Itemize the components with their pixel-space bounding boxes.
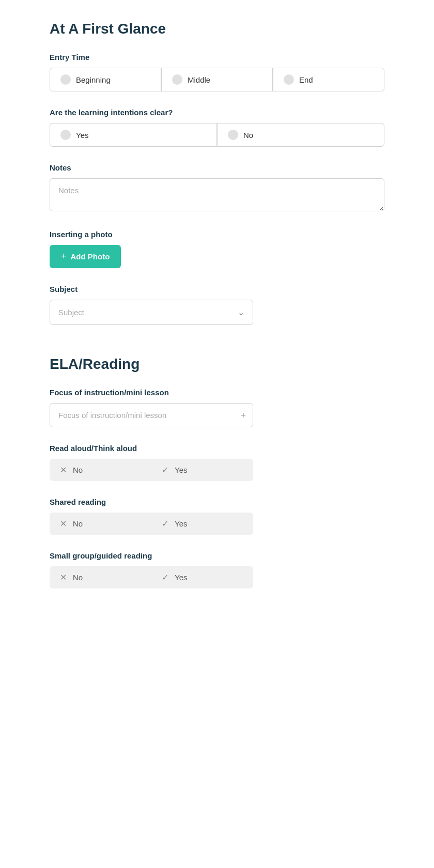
radio-circle-no xyxy=(228,130,238,140)
notes-label: Notes xyxy=(50,163,384,172)
small-group-yes-label: Yes xyxy=(175,573,187,582)
learning-intentions-label: Are the learning intentions clear? xyxy=(50,108,384,117)
radio-circle-middle xyxy=(172,74,182,85)
plus-icon: + xyxy=(61,251,67,262)
read-aloud-yes[interactable]: ✓ Yes xyxy=(151,459,253,481)
x-icon: ✕ xyxy=(60,572,67,582)
small-group-no-label: No xyxy=(73,573,83,582)
focus-instruction-input[interactable] xyxy=(50,403,253,427)
entry-time-group: Entry Time Beginning Middle End xyxy=(50,53,384,91)
shared-reading-no-label: No xyxy=(73,519,83,528)
shared-reading-yes[interactable]: ✓ Yes xyxy=(151,513,253,535)
learning-intentions-yes[interactable]: Yes xyxy=(50,123,217,147)
learning-intentions-group: Are the learning intentions clear? Yes N… xyxy=(50,108,384,147)
learning-intentions-no[interactable]: No xyxy=(217,123,384,147)
entry-time-label: Entry Time xyxy=(50,53,384,61)
shared-reading-no[interactable]: ✕ No xyxy=(50,513,151,535)
x-icon: ✕ xyxy=(60,465,67,475)
x-icon: ✕ xyxy=(60,519,67,529)
read-aloud-yes-label: Yes xyxy=(175,466,187,474)
read-aloud-options: ✕ No ✓ Yes xyxy=(50,459,253,481)
section1-title: At A First Glance xyxy=(50,21,384,37)
add-photo-label: Add Photo xyxy=(71,252,110,261)
shared-reading-yes-label: Yes xyxy=(175,519,187,528)
small-group-label: Small group/guided reading xyxy=(50,551,384,560)
add-photo-button[interactable]: + Add Photo xyxy=(50,245,121,268)
read-aloud-label: Read aloud/Think aloud xyxy=(50,444,384,453)
radio-circle-yes xyxy=(60,130,71,140)
section2: ELA/Reading Focus of instruction/mini le… xyxy=(50,356,384,588)
focus-instruction-label: Focus of instruction/mini lesson xyxy=(50,388,384,397)
small-group-options: ✕ No ✓ Yes xyxy=(50,566,253,588)
entry-time-middle[interactable]: Middle xyxy=(161,68,273,91)
entry-time-end[interactable]: End xyxy=(273,68,384,91)
check-icon: ✓ xyxy=(162,465,168,475)
entry-time-beginning[interactable]: Beginning xyxy=(50,68,161,91)
shared-reading-label: Shared reading xyxy=(50,498,384,506)
subject-dropdown[interactable]: Subject ⌄ xyxy=(50,300,253,325)
small-group-group: Small group/guided reading ✕ No ✓ Yes xyxy=(50,551,384,588)
entry-time-options: Beginning Middle End xyxy=(50,68,384,91)
chevron-down-icon: ⌄ xyxy=(238,307,244,317)
small-group-no[interactable]: ✕ No xyxy=(50,566,151,588)
read-aloud-no[interactable]: ✕ No xyxy=(50,459,151,481)
subject-label: Subject xyxy=(50,285,384,293)
check-icon: ✓ xyxy=(162,572,168,582)
focus-plus-icon[interactable]: + xyxy=(240,410,246,421)
entry-time-middle-label: Middle xyxy=(188,75,210,84)
read-aloud-group: Read aloud/Think aloud ✕ No ✓ Yes xyxy=(50,444,384,481)
subject-placeholder: Subject xyxy=(58,308,84,317)
read-aloud-no-label: No xyxy=(73,466,83,474)
focus-instruction-group: Focus of instruction/mini lesson + xyxy=(50,388,384,427)
shared-reading-options: ✕ No ✓ Yes xyxy=(50,513,253,535)
insert-photo-label: Inserting a photo xyxy=(50,230,384,239)
focus-instruction-wrapper: + xyxy=(50,403,253,427)
notes-input[interactable] xyxy=(50,178,384,211)
learning-intentions-options: Yes No xyxy=(50,123,384,147)
learning-intentions-yes-label: Yes xyxy=(76,131,88,140)
small-group-yes[interactable]: ✓ Yes xyxy=(151,566,253,588)
entry-time-beginning-label: Beginning xyxy=(76,75,111,84)
radio-circle-beginning xyxy=(60,74,71,85)
radio-circle-end xyxy=(284,74,294,85)
entry-time-end-label: End xyxy=(299,75,313,84)
subject-group: Subject Subject ⌄ xyxy=(50,285,384,325)
insert-photo-group: Inserting a photo + Add Photo xyxy=(50,230,384,268)
check-icon: ✓ xyxy=(162,519,168,529)
shared-reading-group: Shared reading ✕ No ✓ Yes xyxy=(50,498,384,535)
learning-intentions-no-label: No xyxy=(243,131,253,140)
section2-title: ELA/Reading xyxy=(50,356,384,373)
notes-group: Notes xyxy=(50,163,384,213)
